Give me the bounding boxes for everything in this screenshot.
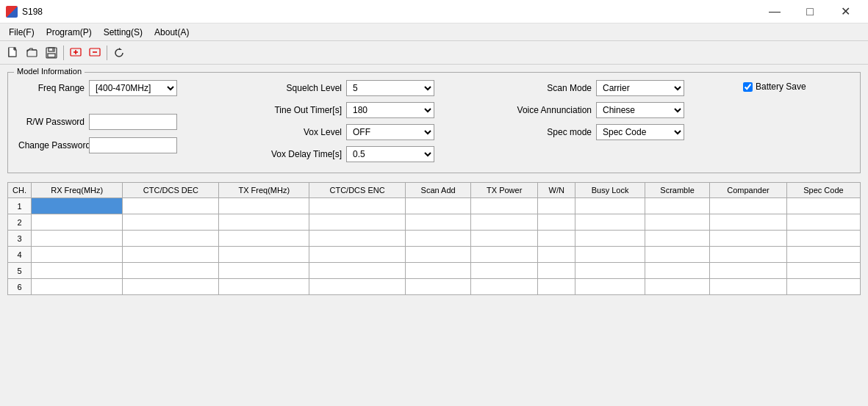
- menu-program[interactable]: Program(P): [40, 26, 98, 39]
- cell-value[interactable]: [538, 198, 575, 214]
- change-password-input[interactable]: [89, 137, 177, 153]
- rw-password-input[interactable]: [89, 114, 177, 130]
- table-row[interactable]: 6: [8, 279, 861, 295]
- add-channel-button[interactable]: [67, 44, 85, 62]
- cell-value[interactable]: [710, 279, 787, 295]
- vox-delay-select[interactable]: 0.5: [346, 146, 434, 162]
- cell-value[interactable]: [471, 214, 538, 231]
- spec-mode-select[interactable]: Spec Code: [596, 124, 684, 140]
- cell-value[interactable]: [31, 279, 123, 295]
- cell-value[interactable]: [645, 263, 709, 279]
- cell-value[interactable]: [309, 263, 406, 279]
- cell-value[interactable]: [219, 214, 309, 231]
- model-info-group: Model Information Freq Range [400-470MHz…: [7, 72, 861, 173]
- cell-value[interactable]: [31, 198, 123, 214]
- cell-value[interactable]: [786, 231, 860, 247]
- cell-value[interactable]: [645, 279, 709, 295]
- cell-value[interactable]: [575, 247, 645, 263]
- voice-ann-select[interactable]: Chinese English Off: [596, 102, 684, 118]
- table-row[interactable]: 1: [8, 198, 861, 214]
- cell-value[interactable]: [538, 279, 575, 295]
- menu-setting[interactable]: Setting(S): [98, 26, 148, 39]
- cell-value[interactable]: [123, 263, 219, 279]
- cell-value[interactable]: [406, 231, 471, 247]
- cell-value[interactable]: [219, 263, 309, 279]
- cell-value[interactable]: [538, 247, 575, 263]
- cell-value[interactable]: [645, 214, 709, 231]
- cell-value[interactable]: [471, 231, 538, 247]
- battery-save-checkbox[interactable]: [743, 82, 753, 92]
- cell-value[interactable]: [406, 198, 471, 214]
- cell-value[interactable]: [575, 214, 645, 231]
- squelch-select[interactable]: 5: [346, 80, 434, 96]
- cell-value[interactable]: [471, 198, 538, 214]
- timeout-select[interactable]: 180: [346, 102, 434, 118]
- spec-mode-label: Spec mode: [496, 127, 592, 137]
- cell-value[interactable]: [538, 231, 575, 247]
- cell-value[interactable]: [309, 279, 406, 295]
- cell-value[interactable]: [123, 247, 219, 263]
- cell-value[interactable]: [406, 214, 471, 231]
- remove-channel-button[interactable]: [86, 44, 104, 62]
- cell-value[interactable]: [786, 279, 860, 295]
- cell-value[interactable]: [575, 279, 645, 295]
- cell-value[interactable]: [471, 247, 538, 263]
- cell-value[interactable]: [710, 214, 787, 231]
- cell-value[interactable]: [309, 231, 406, 247]
- cell-value[interactable]: [471, 279, 538, 295]
- cell-value[interactable]: [575, 198, 645, 214]
- maximize-button[interactable]: □: [793, 1, 827, 23]
- cell-value[interactable]: [538, 263, 575, 279]
- col-scramble: Scramble: [645, 183, 709, 198]
- cell-value[interactable]: [538, 214, 575, 231]
- cell-value[interactable]: [710, 247, 787, 263]
- close-button[interactable]: ✕: [828, 1, 862, 23]
- refresh-button[interactable]: [110, 44, 128, 62]
- cell-value[interactable]: [710, 198, 787, 214]
- cell-value[interactable]: [575, 231, 645, 247]
- new-button[interactable]: [4, 44, 22, 62]
- freq-range-select[interactable]: [400-470MHz] 136-174MHz]: [89, 80, 177, 96]
- cell-value[interactable]: [219, 247, 309, 263]
- cell-value[interactable]: [710, 231, 787, 247]
- cell-value[interactable]: [123, 214, 219, 231]
- cell-value[interactable]: [406, 247, 471, 263]
- cell-value[interactable]: [123, 279, 219, 295]
- table-row[interactable]: 3: [8, 231, 861, 247]
- col-ctc-enc: CTC/DCS ENC: [309, 183, 406, 198]
- cell-value[interactable]: [219, 231, 309, 247]
- cell-value[interactable]: [786, 263, 860, 279]
- save-button[interactable]: [43, 44, 60, 62]
- cell-value[interactable]: [710, 263, 787, 279]
- cell-value[interactable]: [123, 231, 219, 247]
- cell-value[interactable]: [786, 247, 860, 263]
- cell-value[interactable]: [219, 198, 309, 214]
- cell-value[interactable]: [575, 263, 645, 279]
- cell-value[interactable]: [406, 279, 471, 295]
- cell-value[interactable]: [309, 247, 406, 263]
- cell-value[interactable]: [31, 214, 123, 231]
- scan-mode-select[interactable]: Carrier: [596, 80, 684, 96]
- cell-value[interactable]: [123, 198, 219, 214]
- table-row[interactable]: 2: [8, 214, 861, 231]
- cell-value[interactable]: [31, 263, 123, 279]
- cell-value[interactable]: [31, 247, 123, 263]
- cell-value[interactable]: [406, 263, 471, 279]
- cell-value[interactable]: [645, 231, 709, 247]
- vox-level-select[interactable]: OFF: [346, 124, 434, 140]
- minimize-button[interactable]: —: [758, 1, 792, 23]
- table-row[interactable]: 5: [8, 263, 861, 279]
- menu-about[interactable]: About(A): [148, 26, 195, 39]
- cell-value[interactable]: [471, 263, 538, 279]
- menu-file[interactable]: File(F): [3, 26, 40, 39]
- cell-value[interactable]: [786, 214, 860, 231]
- open-button[interactable]: [24, 44, 41, 62]
- cell-value[interactable]: [219, 279, 309, 295]
- cell-value[interactable]: [645, 198, 709, 214]
- cell-value[interactable]: [31, 231, 123, 247]
- cell-value[interactable]: [645, 247, 709, 263]
- cell-value[interactable]: [309, 214, 406, 231]
- cell-value[interactable]: [309, 198, 406, 214]
- table-row[interactable]: 4: [8, 247, 861, 263]
- cell-value[interactable]: [786, 198, 860, 214]
